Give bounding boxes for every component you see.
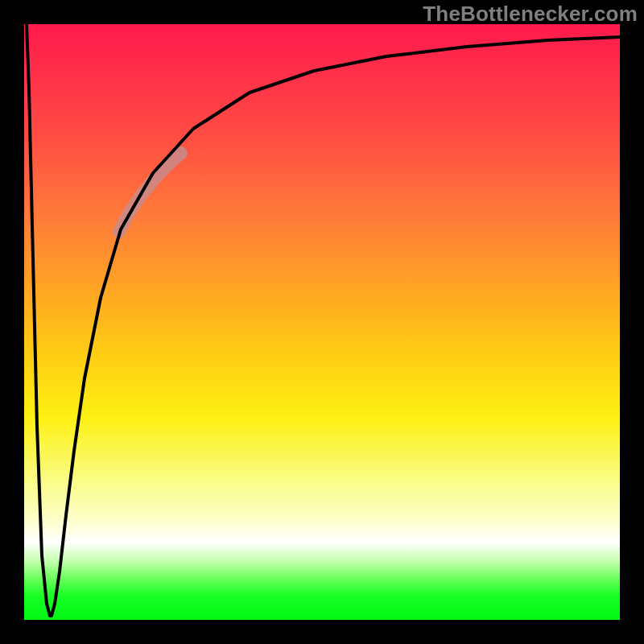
curve-highlight-path xyxy=(119,153,181,232)
curve-main-path xyxy=(27,24,620,616)
plot-area xyxy=(24,24,620,620)
chart-stage: TheBottlenecker.com xyxy=(0,0,644,644)
curve-svg xyxy=(24,24,620,620)
watermark-text: TheBottlenecker.com xyxy=(423,2,638,27)
